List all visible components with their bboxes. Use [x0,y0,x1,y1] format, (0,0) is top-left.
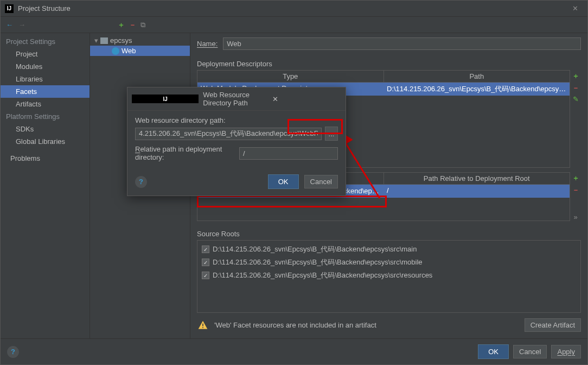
source-root-path: D:\114.215.206.26_svn\Epcsys\B_代码\Backen… [213,244,417,254]
sidebar-item-artifacts[interactable]: Artifacts [1,98,90,110]
relative-path-label: Relative path in deployment directory: [135,145,234,161]
cancel-button[interactable]: Cancel [513,345,547,358]
apply-button[interactable]: Apply [551,345,581,358]
warning-text: 'Web' Facet resources are not included i… [214,321,519,329]
wr-remove-icon[interactable]: － [572,185,579,195]
browse-button[interactable]: ... [325,127,338,141]
nav-back-icon[interactable]: ← [6,21,13,29]
ij-logo-icon: IJ [5,4,14,13]
web-resource-directory-dialog: IJ Web Resource Directory Path ✕ Web res… [127,87,346,196]
col-wrrel: Path Relative to Deployment Root [384,173,570,184]
tree-label: Web [122,47,136,55]
title-bar: IJ Project Structure ✕ [1,1,587,17]
source-root-path: D:\114.215.206.26_svn\Epcsys\B_代码\Backen… [213,257,423,267]
modal-cancel-button[interactable]: Cancel [304,175,338,188]
help-icon[interactable]: ? [7,346,19,358]
list-item[interactable]: ✓ D:\114.215.206.26_svn\Epcsys\B_代码\Back… [197,243,580,256]
modal-close-icon[interactable]: ✕ [270,95,341,103]
svg-rect-1 [202,327,203,328]
modal-help-icon[interactable]: ? [135,176,147,188]
cell-path: D:\114.215.206.26_svn\Epcsys\B_代码\Backen… [384,83,570,96]
svg-rect-0 [202,323,203,326]
sidebar-item-libraries[interactable]: Libraries [1,73,90,85]
wr-more-icon[interactable]: » [573,213,577,221]
section-project-settings: Project Settings [1,35,90,48]
copy-icon[interactable]: ⧉ [140,21,145,29]
window-title: Project Structure [18,4,567,12]
col-type: Type [197,71,384,82]
tree-row-web[interactable]: Web [90,46,190,56]
ij-logo-icon: IJ [132,95,199,103]
tree-collapse-icon[interactable]: ▾ [94,36,98,45]
dd-add-icon[interactable]: ＋ [572,71,579,81]
wr-add-icon[interactable]: ＋ [572,173,579,183]
close-icon[interactable]: ✕ [567,4,583,12]
modal-title-bar: IJ Web Resource Directory Path ✕ [127,87,346,111]
source-root-path: D:\114.215.206.26_svn\Epcsys\B_代码\Backen… [213,270,432,280]
modal-title: Web Resource Directory Path [203,91,270,107]
facet-name-input[interactable] [223,37,581,50]
checkbox-icon[interactable]: ✓ [202,272,209,279]
checkbox-icon[interactable]: ✓ [202,259,209,266]
sidebar-item-modules[interactable]: Modules [1,60,90,73]
web-facet-icon [112,47,119,55]
cell-wrrel: / [384,185,570,198]
ok-button[interactable]: OK [478,344,509,359]
toolbar: ← → ＋ － ⧉ [1,17,587,33]
list-item[interactable]: ✓ D:\114.215.206.26_svn\Epcsys\B_代码\Back… [197,269,580,282]
warning-row: 'Web' Facet resources are not included i… [197,318,581,332]
checkbox-icon[interactable]: ✓ [202,246,209,253]
deployment-descriptors-label: Deployment Descriptors [197,60,581,68]
dialog-footer: ? OK Cancel Apply [1,338,587,364]
sidebar-item-project[interactable]: Project [1,48,90,60]
sidebar-item-problems[interactable]: Problems [1,152,90,165]
sidebar-item-sdks[interactable]: SDKs [1,123,90,135]
sidebar-item-global-libraries[interactable]: Global Libraries [1,135,90,148]
remove-icon[interactable]: － [129,20,136,30]
warning-icon [197,320,209,331]
name-label: Name: [197,40,218,48]
web-resource-path-input[interactable] [135,128,322,140]
dd-edit-icon[interactable]: ✎ [573,95,579,103]
create-artifact-button[interactable]: Create Artifact [525,318,581,332]
sidebar-item-facets[interactable]: Facets [1,85,90,98]
sidebar: Project Settings Project Modules Librari… [1,33,90,338]
dd-remove-icon[interactable]: － [572,83,579,93]
list-item[interactable]: ✓ D:\114.215.206.26_svn\Epcsys\B_代码\Back… [197,256,580,269]
source-roots-label: Source Roots [197,230,581,238]
source-roots-list[interactable]: ✓ D:\114.215.206.26_svn\Epcsys\B_代码\Back… [197,240,581,313]
section-platform-settings: Platform Settings [1,110,90,123]
tree-row-epcsys[interactable]: ▾ epcsys [90,35,190,46]
web-resource-path-label: Web resource directory path: [135,116,338,124]
nav-forward-icon[interactable]: → [18,21,25,29]
tree-label: epcsys [110,36,132,45]
col-path: Path [384,71,570,82]
relative-path-input[interactable] [239,147,338,160]
add-icon[interactable]: ＋ [118,20,125,30]
module-icon [100,37,108,44]
modal-ok-button[interactable]: OK [268,174,299,189]
